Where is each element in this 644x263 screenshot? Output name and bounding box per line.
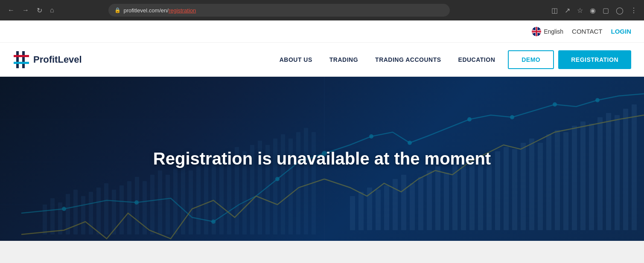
svg-rect-17 — [444, 173, 449, 230]
share-button[interactable]: ↗ — [563, 5, 572, 16]
nav-education[interactable]: EDUCATION — [458, 56, 495, 63]
website: English CONTACT LOGIN ProfitLevel ABOUT … — [0, 20, 644, 263]
nav-about-us[interactable]: ABOUT US — [280, 56, 312, 63]
svg-point-78 — [211, 220, 216, 224]
svg-rect-63 — [219, 160, 224, 234]
svg-rect-22 — [487, 158, 492, 230]
nav-links: ABOUT US TRADING TRADING ACCOUNTS EDUCAT… — [280, 56, 495, 63]
svg-rect-29 — [546, 134, 551, 230]
address-bar[interactable]: 🔒 profitlevel.com/en/registration — [108, 4, 450, 17]
top-bar: English CONTACT LOGIN — [0, 20, 644, 43]
svg-rect-45 — [81, 196, 85, 234]
svg-rect-40 — [43, 205, 47, 234]
translate-button[interactable]: ◫ — [550, 5, 559, 16]
bookmark-button[interactable]: ☆ — [575, 5, 585, 16]
logo-svg-icon — [13, 49, 30, 70]
svg-rect-52 — [135, 177, 139, 234]
reload-button[interactable]: ↻ — [34, 5, 45, 16]
svg-rect-19 — [461, 160, 466, 230]
svg-rect-46 — [89, 192, 93, 234]
svg-rect-74 — [304, 128, 308, 234]
svg-rect-51 — [127, 181, 131, 234]
svg-rect-1 — [16, 51, 19, 68]
svg-rect-4 — [14, 62, 29, 64]
svg-rect-2 — [22, 51, 25, 68]
svg-rect-15 — [427, 171, 432, 230]
svg-rect-10 — [384, 185, 389, 230]
contact-link[interactable]: CONTACT — [572, 28, 602, 35]
login-link[interactable]: LOGIN — [611, 28, 632, 35]
svg-rect-48 — [104, 183, 108, 234]
svg-rect-59 — [189, 171, 193, 234]
svg-rect-38 — [623, 109, 628, 230]
svg-rect-27 — [529, 139, 534, 230]
svg-rect-6 — [350, 196, 355, 230]
language-label: English — [544, 28, 563, 35]
svg-rect-47 — [96, 188, 101, 234]
svg-rect-61 — [204, 160, 208, 234]
svg-rect-14 — [418, 177, 423, 230]
address-text: profitlevel.com/en/registration — [123, 7, 444, 14]
hero-title: Registration is unavailable at the momen… — [153, 149, 491, 168]
profile-button[interactable]: ◯ — [614, 5, 625, 16]
svg-rect-26 — [521, 143, 526, 230]
svg-rect-32 — [572, 126, 577, 230]
back-button[interactable]: ← — [5, 5, 17, 16]
svg-rect-25 — [512, 149, 517, 230]
language-selector[interactable]: English — [532, 27, 563, 36]
flag-icon — [532, 27, 541, 36]
nav-buttons: DEMO REGISTRATION — [508, 50, 631, 69]
svg-rect-21 — [478, 162, 483, 230]
address-path: registration — [169, 7, 196, 14]
forward-button[interactable]: → — [20, 5, 32, 16]
svg-point-85 — [553, 102, 557, 107]
svg-rect-60 — [196, 166, 201, 234]
svg-rect-12 — [401, 175, 406, 230]
svg-point-77 — [134, 200, 139, 205]
svg-rect-41 — [50, 198, 55, 234]
svg-point-76 — [62, 207, 66, 211]
svg-rect-55 — [158, 171, 162, 234]
svg-rect-30 — [555, 130, 560, 230]
main-nav: ProfitLevel ABOUT US TRADING TRADING ACC… — [0, 43, 644, 77]
nav-trading[interactable]: TRADING — [329, 56, 358, 63]
svg-rect-42 — [58, 202, 62, 234]
extensions-button[interactable]: ◉ — [588, 5, 597, 16]
bottom-bar — [0, 241, 644, 263]
browser-chrome: ← → ↻ ⌂ 🔒 profitlevel.com/en/registratio… — [0, 0, 644, 20]
logo-text-content: ProfitLevel — [33, 54, 82, 65]
svg-rect-35 — [597, 117, 603, 230]
svg-rect-33 — [580, 121, 586, 230]
split-button[interactable]: ▢ — [601, 5, 611, 16]
svg-rect-28 — [538, 143, 543, 230]
svg-point-79 — [275, 177, 280, 181]
svg-rect-73 — [296, 132, 300, 234]
svg-rect-13 — [410, 183, 415, 230]
svg-rect-31 — [563, 132, 568, 230]
nav-trading-accounts[interactable]: TRADING ACCOUNTS — [375, 56, 441, 63]
logo[interactable]: ProfitLevel — [13, 49, 82, 70]
svg-rect-44 — [73, 190, 78, 234]
registration-button[interactable]: REGISTRATION — [558, 50, 631, 69]
svg-rect-34 — [589, 124, 594, 230]
menu-button[interactable]: ⋮ — [629, 5, 639, 16]
svg-rect-50 — [119, 185, 124, 234]
logo-text: ProfitLevel — [33, 54, 82, 65]
hero-content: Registration is unavailable at the momen… — [153, 149, 491, 168]
browser-actions: ◫ ↗ ☆ ◉ ▢ ◯ ⋮ — [550, 5, 639, 16]
svg-rect-24 — [504, 147, 509, 230]
svg-rect-3 — [14, 55, 29, 57]
lock-icon: 🔒 — [114, 7, 121, 13]
svg-rect-7 — [358, 192, 364, 230]
svg-point-81 — [369, 134, 373, 139]
browser-nav-buttons: ← → ↻ ⌂ — [5, 5, 57, 16]
svg-point-86 — [595, 98, 600, 102]
hero-section: Registration is unavailable at the momen… — [0, 77, 644, 241]
svg-rect-23 — [495, 151, 500, 230]
home-button[interactable]: ⌂ — [47, 5, 57, 16]
svg-rect-37 — [615, 115, 620, 230]
demo-button[interactable]: DEMO — [508, 50, 554, 69]
svg-rect-39 — [632, 104, 637, 230]
svg-rect-16 — [435, 166, 440, 230]
svg-rect-36 — [606, 113, 611, 230]
